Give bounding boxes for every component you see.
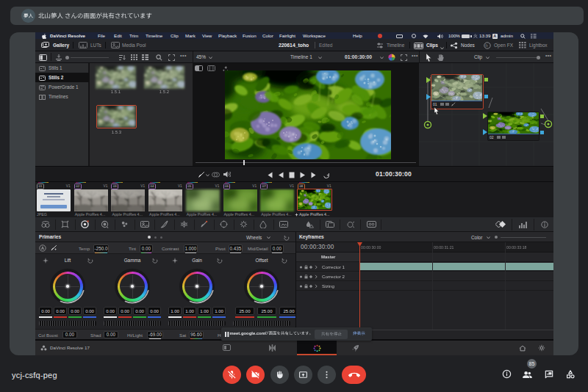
svg-text:fx: fx	[485, 44, 488, 48]
